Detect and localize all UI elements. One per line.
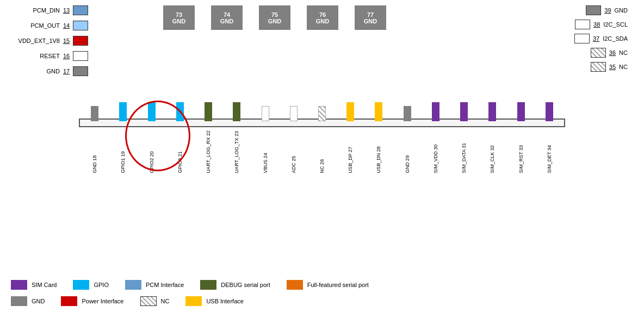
left-label-gnd: GND [16, 68, 60, 74]
top-gnd-row: 73GND 74GND 75GND 76GND 77GND [163, 5, 386, 30]
gnd-block-77: 77GND [355, 5, 386, 30]
legend-serial: Full-featured serial port [287, 280, 369, 290]
pin-label-20: GPIO2 20 [137, 130, 165, 173]
legend-gnd: GND [11, 296, 45, 306]
swatch-debug [200, 280, 216, 290]
gnd-block-73: 73GND [163, 5, 195, 30]
pin-num-15: 15 [63, 38, 70, 44]
pin-label-29: GND 29 [393, 130, 422, 173]
legend-sim-card: SIM Card [11, 280, 57, 290]
pin-rect-32 [488, 102, 496, 121]
left-pin-vdd: VDD_EXT_1V8 15 [16, 36, 88, 46]
left-pin-pcm-din: PCM_DIN 13 [16, 5, 88, 15]
pin-33 [507, 102, 535, 121]
pin-label-27: USB_DP 27 [336, 130, 364, 173]
pin-23 [222, 102, 251, 121]
pin-rect-28 [375, 102, 382, 121]
left-pin-pcm-out: PCM_OUT 14 [16, 21, 88, 30]
pin-box-38 [575, 20, 590, 29]
pin-num-16: 16 [63, 53, 70, 59]
pin-box-37 [574, 34, 590, 43]
legend-usb: USB Interface [185, 296, 243, 306]
pin-34 [535, 102, 564, 121]
pin-num-38: 38 [593, 21, 600, 28]
pin-32 [478, 102, 506, 121]
swatch-nc [140, 296, 157, 306]
pin-num-14: 14 [63, 22, 70, 29]
pin-22 [194, 102, 222, 121]
pin-24 [251, 106, 279, 121]
pin-25 [280, 106, 308, 121]
pin-num-37: 37 [593, 35, 599, 42]
legend-pcm: PCM Interface [125, 280, 184, 290]
pin-num-39: 39 [604, 7, 611, 14]
pin-label-25: ADC 25 [280, 130, 308, 173]
legend-power: Power Interface [61, 296, 123, 306]
pin-box-16 [73, 51, 88, 61]
bottom-pin-row [81, 102, 564, 121]
right-label-37: I2C_SDA [603, 35, 628, 42]
left-pin-gnd: GND 17 [16, 66, 88, 76]
left-pins: PCM_DIN 13 PCM_OUT 14 VDD_EXT_1V8 15 RES… [16, 5, 88, 76]
pin-21 [166, 102, 194, 121]
legend: SIM Card GPIO PCM Interface DEBUG serial… [11, 280, 633, 313]
right-label-38: I2C_SCL [603, 21, 628, 28]
pin-19 [109, 102, 137, 121]
pin-label-23: UART_LOG_TX 23 [222, 130, 251, 173]
right-pins: 39 GND 38 I2C_SCL 37 I2C_SDA 36 NC 35 NC [574, 5, 628, 72]
pin-label-18: GND 18 [81, 130, 109, 173]
left-pin-reset: RESET 16 [16, 51, 88, 61]
legend-row-1: SIM Card GPIO PCM Interface DEBUG serial… [11, 280, 633, 290]
pin-label-21: GPIO3 21 [166, 130, 194, 173]
pin-rect-24 [262, 106, 269, 121]
swatch-serial [287, 280, 303, 290]
pin-29 [393, 106, 422, 121]
left-label-pcm-out: PCM_OUT [16, 22, 60, 29]
pin-label-26: NC 26 [308, 130, 336, 173]
pin-rect-27 [346, 102, 354, 121]
right-label-36: NC [619, 49, 628, 56]
swatch-gpio [73, 280, 89, 290]
pin-box-14 [73, 21, 88, 30]
pin-label-22: UART_LOG_RX 22 [194, 130, 222, 173]
pin-rect-21 [176, 102, 184, 121]
legend-nc: NC [140, 296, 170, 306]
pin-27 [336, 102, 364, 121]
right-label-35: NC [619, 64, 628, 70]
swatch-usb [185, 296, 202, 306]
pin-30 [422, 102, 450, 121]
legend-debug: DEBUG serial port [200, 280, 270, 290]
pin-31 [450, 102, 478, 121]
pin-28 [364, 102, 393, 121]
pin-rect-29 [404, 106, 411, 121]
left-label-pcm-din: PCM_DIN [16, 7, 60, 14]
pin-box-17 [73, 66, 88, 76]
pin-box-39 [586, 5, 601, 15]
pin-num-36: 36 [609, 49, 616, 56]
pin-box-13 [73, 5, 88, 15]
label-serial: Full-featured serial port [307, 282, 369, 288]
gnd-block-75: 75GND [259, 5, 290, 30]
swatch-sim-card [11, 280, 27, 290]
pin-num-35: 35 [609, 64, 616, 70]
pin-label-19: GPIO1 19 [109, 130, 137, 173]
pin-rect-34 [546, 102, 553, 121]
legend-gpio: GPIO [73, 280, 109, 290]
pin-rect-26 [318, 106, 326, 121]
pin-label-34: SIM_DET 34 [535, 130, 564, 173]
right-label-39: GND [615, 7, 628, 14]
pin-box-15 [73, 36, 88, 46]
pin-26 [308, 106, 336, 121]
left-label-reset: RESET [16, 53, 60, 59]
pin-18 [81, 106, 109, 121]
label-gnd: GND [32, 298, 45, 304]
swatch-gnd [11, 296, 27, 306]
pin-rect-19 [119, 102, 127, 121]
pin-rect-30 [432, 102, 439, 121]
pin-rect-20 [148, 102, 156, 121]
pin-box-36 [591, 48, 606, 58]
pin-label-31: SIM_DATA 31 [450, 130, 478, 173]
label-pcm: PCM Interface [146, 282, 184, 288]
gnd-block-76: 76GND [307, 5, 338, 30]
pin-rect-25 [290, 106, 298, 121]
